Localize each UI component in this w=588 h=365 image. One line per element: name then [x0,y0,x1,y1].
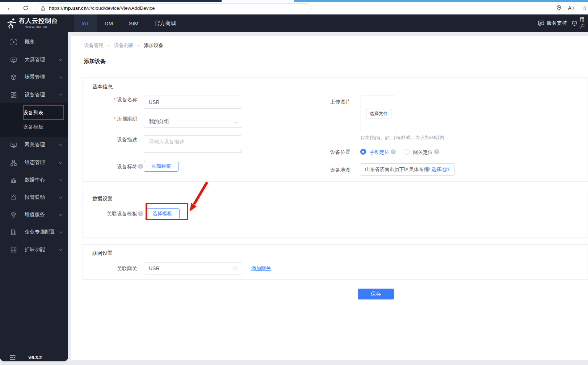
tab-official-mall[interactable]: 官方商城 [147,14,184,32]
device-description-textarea[interactable] [144,135,242,153]
gateway-location-help-icon[interactable]: ? [434,149,439,154]
chevron-down-icon [59,213,63,216]
sidebar-item-gateway-management[interactable]: 网关管理 [0,136,68,154]
device-location-label: 设备位置 [296,149,350,156]
sidebar-item-label: 企业专属配置 [25,229,55,235]
breadcrumb-device-management[interactable]: 设备管理 [84,42,104,49]
add-gateway-link[interactable]: 添加网关 [251,265,271,272]
sidebar-item-enterprise-config[interactable]: 企业专属配置 [0,223,68,241]
sidebar-item-label: 场景管理 [25,74,45,80]
chevron-down-icon [59,160,63,164]
sidebar-item-value-added-services[interactable]: 增值服务 [0,206,68,223]
organization-value: 我的分组 [149,118,169,124]
user-label: 用户 [579,17,588,30]
sidebar-subitem-device-list[interactable]: 设备列表 [0,106,68,120]
chevron-down-icon [59,178,63,181]
service-support-label: 服务支持 [547,20,567,26]
address-bar[interactable]: https://mp.usr.cn/#/cloud/device/ViewAdd… [35,3,312,13]
browser-read-aloud-button[interactable]: A [566,3,576,13]
browser-geolocation-button[interactable] [553,3,564,13]
topology-icon [10,160,17,166]
tab-iot[interactable]: IoT [74,14,97,32]
section-title-data-settings: 数据设置 [92,196,113,202]
sidebar-subitem-device-template[interactable]: 设备模板 [0,120,68,134]
chevron-down-icon [59,75,63,79]
clear-input-icon[interactable]: × [233,266,238,271]
sidebar-item-screen-management[interactable]: 大屏管理 [0,51,68,68]
add-tag-button[interactable]: 添加标签 [144,161,178,172]
manual-location-label[interactable]: 手动定位 [370,149,389,156]
gateway-location-radio[interactable] [404,149,410,155]
refresh-icon [23,5,29,11]
breadcrumb-separator-icon: › [138,43,140,49]
choose-address-link[interactable]: 选择地址 [426,164,451,175]
link-gateway-input[interactable]: USR × [144,262,242,274]
device-management-submenu: 设备列表 设备模板 [0,103,68,137]
sidebar-item-label: 设备管理 [25,92,45,98]
breadcrumb: 设备管理 › 设备列表 › 添加设备 [84,42,163,49]
network-settings-card: 联网设置 关联网关 USR × 添加网关 [83,244,588,280]
sidebar: 概览 大屏管理 场景管理 设备管理 设备列表 设备模板 网关管理 [0,32,68,361]
manual-location-radio[interactable] [360,149,366,155]
choose-template-button[interactable]: 选择模板 [145,208,180,219]
top-nav-tabs: IoT DM SIM 官方商城 [74,14,184,32]
link-device-template-help-icon[interactable]: ? [138,211,143,216]
sidebar-item-overview[interactable]: 概览 [0,33,68,51]
sidebar-item-scene-management[interactable]: 场景管理 [0,68,68,86]
chevron-down-icon [235,120,238,124]
page-title: 添加设备 [84,58,106,65]
bar-chart-icon [10,177,17,183]
manual-location-help-icon[interactable]: ? [391,149,396,154]
tab-dm[interactable]: DM [97,14,121,32]
browser-refresh-button[interactable] [20,3,31,13]
device-tag-help-icon[interactable]: ? [138,164,143,169]
breadcrumb-current: 添加设备 [144,42,163,49]
shield-icon [572,20,577,26]
back-icon: ← [7,4,13,12]
gateway-location-label[interactable]: 网关定位 [413,149,433,156]
service-support-button[interactable]: 服务支持 [538,14,567,32]
link-gateway-label: 关联网关 [83,266,137,272]
sidebar-item-data-center[interactable]: 数据中心 [0,171,68,189]
app-logo-title[interactable]: 有人云控制台 [19,17,58,25]
link-device-template-label: 关联设备模板 [83,211,137,217]
tab-sim[interactable]: SIM [121,14,147,32]
upload-image-dropzone[interactable]: 选择文件 [361,96,396,131]
map-pin-icon [426,167,430,172]
browser-favorites-button[interactable]: ☆ [579,3,588,13]
browser-back-button[interactable]: ← [4,3,15,13]
user-menu-button[interactable]: 用户 [572,14,588,32]
big-screen-icon [10,57,17,63]
app-header: 有人云控制台 www.usr.cn IoT DM SIM 官方商城 服务支持 用… [0,14,588,32]
basic-info-card: 基本信息 *设备名称 *所属组织 我的分组 设备描述 设备标签 ? 添加标签 上… [83,77,588,182]
save-button[interactable]: 保存 [358,289,394,299]
sidebar-item-label: 数据中心 [25,177,45,183]
sidebar-item-alarm-linkage[interactable]: 报警联动 [0,189,68,206]
section-title-network-settings: 联网设置 [92,250,113,257]
browser-toolbar: ← https://mp.usr.cn/#/cloud/device/ViewA… [0,2,588,14]
chevron-down-icon [59,143,63,146]
breadcrumb-device-list[interactable]: 设备列表 [114,42,134,49]
organization-select[interactable]: 我的分组 [144,115,242,128]
collapse-sidebar-icon[interactable] [10,355,16,360]
section-title-basic-info: 基本信息 [92,84,113,90]
version-label: V6.3.2 [28,355,42,360]
device-map-value: 山东省济南市历下区奥体东路 [365,167,429,172]
textarea-resize-handle[interactable] [238,148,242,152]
url-text: https://mp.usr.cn/#/cloud/device/ViewAdd… [49,5,155,11]
link-gateway-value: USR [149,265,160,271]
organization-label: *所属组织 [83,116,137,122]
sidebar-item-extended-functions[interactable]: 扩展功能 [0,241,68,258]
sidebar-item-label: 组态管理 [25,159,45,166]
choose-file-button[interactable]: 选择文件 [366,109,391,118]
chat-icon [538,20,544,26]
sidebar-item-device-management[interactable]: 设备管理 [0,86,68,104]
sidebar-item-configuration-management[interactable]: 组态管理 [0,154,68,171]
sidebar-item-label: 报警联动 [25,194,45,201]
device-name-input[interactable] [144,96,242,109]
building-icon [10,229,17,235]
upload-hint: 仅支持jpg、gif、png格式；大小为5M以内 [361,135,444,141]
star-icon: ☆ [582,5,587,12]
sidebar-item-label: 增值服务 [25,211,45,218]
device-map-input[interactable]: 山东省济南市历下区奥体东路 选择地址 [360,163,455,176]
